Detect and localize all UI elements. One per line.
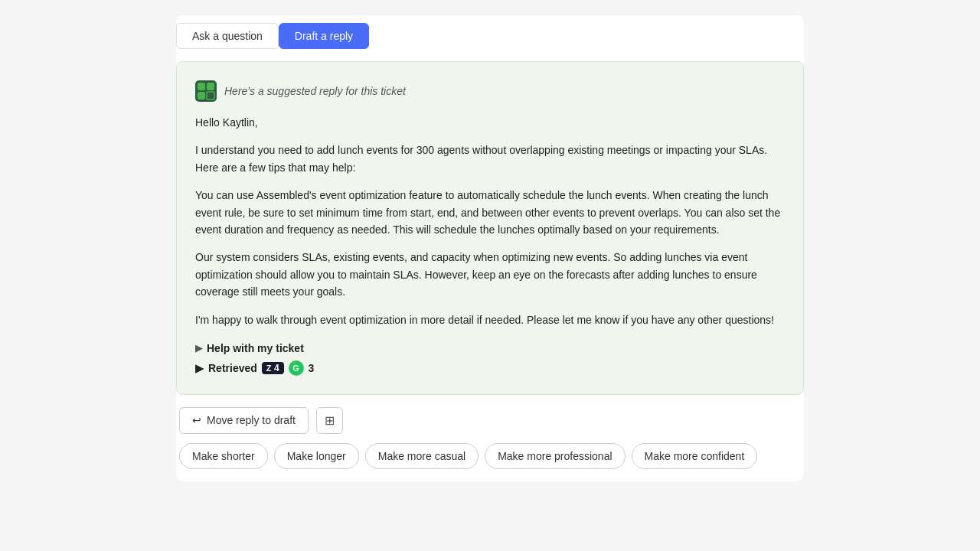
copy-icon: ⊞: [325, 413, 335, 428]
help-arrow-icon: ▶: [195, 343, 202, 354]
help-link-row: ▶ Help with my ticket: [195, 342, 785, 354]
help-link-label[interactable]: Help with my ticket: [207, 342, 304, 354]
retrieved-row: ▶ Retrieved Z 4 G 3: [195, 360, 785, 376]
retrieved-arrow-icon: ▶: [195, 362, 204, 374]
reply-body: Hello Kaytlin, I understand you need to …: [195, 114, 785, 328]
tab-bar: Ask a question Draft a reply: [176, 15, 804, 49]
svg-rect-3: [198, 92, 205, 99]
reply-paragraph-1: I understand you need to add lunch event…: [195, 142, 785, 176]
make-shorter-button[interactable]: Make shorter: [179, 443, 268, 469]
assembled-logo-icon: [195, 80, 217, 102]
reply-greeting: Hello Kaytlin,: [195, 114, 785, 131]
badge-g-count: 3: [309, 362, 315, 374]
make-more-professional-button[interactable]: Make more professional: [485, 443, 625, 469]
make-more-casual-button[interactable]: Make more casual: [365, 443, 479, 469]
reply-paragraph-2: You can use Assembled's event optimizati…: [195, 187, 785, 238]
retrieved-label: Retrieved: [208, 362, 257, 374]
svg-rect-2: [207, 83, 214, 90]
reply-card: Here's a suggested reply for this ticket…: [176, 61, 804, 395]
make-longer-button[interactable]: Make longer: [274, 443, 359, 469]
move-to-draft-label: Move reply to draft: [207, 414, 296, 426]
badge-z-icon: Z: [266, 364, 272, 373]
badge-z: Z 4: [262, 362, 284, 374]
svg-rect-1: [198, 83, 205, 90]
reply-card-header: Here's a suggested reply for this ticket: [195, 80, 785, 102]
badge-g: G: [289, 360, 304, 376]
reply-paragraph-3: Our system considers SLAs, existing even…: [195, 249, 785, 300]
reply-paragraph-4: I'm happy to walk through event optimiza…: [195, 311, 785, 328]
tab-ask-question[interactable]: Ask a question: [176, 23, 279, 49]
make-more-confident-button[interactable]: Make more confident: [632, 443, 758, 469]
svg-rect-4: [207, 92, 214, 99]
tab-draft-reply[interactable]: Draft a reply: [279, 23, 369, 49]
move-draft-arrow-icon: ↩: [192, 414, 201, 426]
badge-z-count: 4: [274, 363, 279, 373]
link-section: ▶ Help with my ticket ▶ Retrieved Z 4 G …: [195, 342, 785, 376]
reply-header-text: Here's a suggested reply for this ticket: [224, 85, 406, 97]
action-bar: ↩ Move reply to draft ⊞: [176, 407, 804, 434]
move-to-draft-button[interactable]: ↩ Move reply to draft: [179, 407, 309, 434]
suggestion-bar: Make shorter Make longer Make more casua…: [176, 443, 804, 481]
copy-button[interactable]: ⊞: [316, 407, 343, 434]
main-container: Ask a question Draft a reply Here's a su…: [176, 15, 804, 481]
